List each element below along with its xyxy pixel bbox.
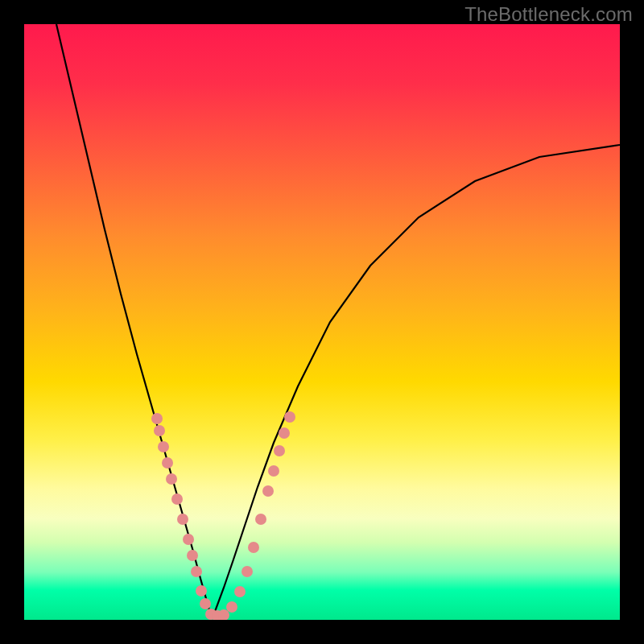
data-point [187,550,198,561]
data-point [151,413,163,424]
watermark-text: TheBottleneck.com [464,3,633,26]
data-point [262,485,274,497]
data-point [226,601,237,613]
data-point [177,514,188,525]
data-point [268,465,279,477]
left-curve [56,24,211,616]
data-point [158,441,169,452]
curves-svg [24,24,620,620]
data-point [166,473,177,485]
data-point [234,586,246,597]
data-point [242,566,253,577]
data-point [274,445,285,456]
data-point [284,411,295,423]
data-point [248,542,259,553]
plot-area [24,24,620,620]
data-point [196,585,207,597]
data-point [183,534,194,545]
data-point [255,514,266,525]
right-curve [213,145,620,616]
data-point [154,425,165,436]
data-point [200,598,211,609]
data-point [162,457,173,469]
data-point [171,493,183,505]
chart-frame: TheBottleneck.com [0,0,644,644]
data-point [191,566,202,577]
data-point [279,427,290,439]
